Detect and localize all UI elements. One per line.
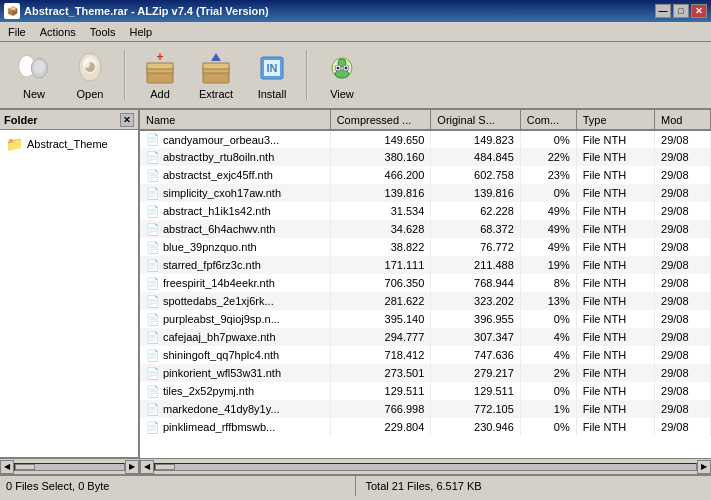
cell-ratio: 0% xyxy=(520,130,576,148)
table-row[interactable]: 📄 freespirit_14b4eekr.nth 706.350 768.94… xyxy=(140,274,711,292)
cell-type: File NTH xyxy=(576,400,654,418)
folder-item[interactable]: 📁 Abstract_Theme xyxy=(4,134,134,154)
cell-name: 📄 blue_39pnzquo.nth xyxy=(140,238,330,256)
col-compressed[interactable]: Compressed ... xyxy=(330,110,431,130)
table-row[interactable]: 📄 blue_39pnzquo.nth 38.822 76.772 49% Fi… xyxy=(140,238,711,256)
add-label: Add xyxy=(150,88,170,100)
file-table-header: Name Compressed ... Original S... Com...… xyxy=(140,110,711,130)
table-row[interactable]: 📄 pinklimead_rffbmswb... 229.804 230.946… xyxy=(140,418,711,436)
table-row[interactable]: 📄 markedone_41dy8y1y... 766.998 772.105 … xyxy=(140,400,711,418)
cell-type: File NTH xyxy=(576,346,654,364)
folder-panel-header: Folder ✕ xyxy=(0,110,138,130)
cell-type: File NTH xyxy=(576,238,654,256)
table-row[interactable]: 📄 tiles_2x52pymj.nth 129.511 129.511 0% … xyxy=(140,382,711,400)
cell-original: 230.946 xyxy=(431,418,520,436)
cell-type: File NTH xyxy=(576,292,654,310)
file-scroll-track[interactable] xyxy=(154,463,697,471)
cell-original: 602.758 xyxy=(431,166,520,184)
menu-actions[interactable]: Actions xyxy=(34,24,82,40)
cell-original: 484.845 xyxy=(431,148,520,166)
open-icon-svg xyxy=(72,51,108,85)
svg-point-3 xyxy=(34,61,45,74)
status-right: Total 21 Files, 6.517 KB xyxy=(356,480,482,492)
file-type-icon: 📄 xyxy=(146,313,160,326)
title-bar: 📦 Abstract_Theme.rar - ALZip v7.4 (Trial… xyxy=(0,0,711,22)
table-row[interactable]: 📄 spottedabs_2e1xj6rk... 281.622 323.202… xyxy=(140,292,711,310)
add-button[interactable]: + Add xyxy=(134,45,186,105)
folder-scroll-track[interactable] xyxy=(14,463,125,471)
cell-compressed: 139.816 xyxy=(330,184,431,202)
file-scroll-left[interactable]: ◀ xyxy=(140,460,154,474)
new-label: New xyxy=(23,88,45,100)
cell-original: 129.511 xyxy=(431,382,520,400)
cell-compressed: 229.804 xyxy=(330,418,431,436)
folder-panel: Folder ✕ 📁 Abstract_Theme xyxy=(0,110,140,458)
table-row[interactable]: 📄 purpleabst_9qioj9sp.n... 395.140 396.9… xyxy=(140,310,711,328)
file-type-icon: 📄 xyxy=(146,187,160,200)
cell-original: 396.955 xyxy=(431,310,520,328)
cell-compressed: 273.501 xyxy=(330,364,431,382)
cell-compressed: 38.822 xyxy=(330,238,431,256)
file-type-icon: 📄 xyxy=(146,385,160,398)
file-type-icon: 📄 xyxy=(146,349,160,362)
table-row[interactable]: 📄 shiningoft_qq7hplc4.nth 718.412 747.63… xyxy=(140,346,711,364)
table-row[interactable]: 📄 abstract_6h4achwv.nth 34.628 68.372 49… xyxy=(140,220,711,238)
new-icon xyxy=(16,50,52,86)
folder-scroll-right[interactable]: ▶ xyxy=(125,460,139,474)
col-type[interactable]: Type xyxy=(576,110,654,130)
cell-compressed: 380.160 xyxy=(330,148,431,166)
cell-original: 307.347 xyxy=(431,328,520,346)
menu-tools[interactable]: Tools xyxy=(84,24,122,40)
cell-ratio: 0% xyxy=(520,382,576,400)
close-button[interactable]: ✕ xyxy=(691,4,707,18)
cell-compressed: 718.412 xyxy=(330,346,431,364)
file-type-icon: 📄 xyxy=(146,241,160,254)
cell-original: 62.228 xyxy=(431,202,520,220)
cell-original: 68.372 xyxy=(431,220,520,238)
folder-panel-close[interactable]: ✕ xyxy=(120,113,134,127)
menu-file[interactable]: File xyxy=(2,24,32,40)
file-type-icon: 📄 xyxy=(146,223,160,236)
cell-compressed: 34.628 xyxy=(330,220,431,238)
title-bar-left: 📦 Abstract_Theme.rar - ALZip v7.4 (Trial… xyxy=(4,3,269,19)
cell-compressed: 171.111 xyxy=(330,256,431,274)
cell-original: 149.823 xyxy=(431,130,520,148)
table-row[interactable]: 📄 starred_fpf6rz3c.nth 171.111 211.488 1… xyxy=(140,256,711,274)
view-button[interactable]: View xyxy=(316,45,368,105)
table-row[interactable]: 📄 pinkorient_wfl53w31.nth 273.501 279.21… xyxy=(140,364,711,382)
cell-ratio: 23% xyxy=(520,166,576,184)
cell-mod: 29/08 xyxy=(655,346,711,364)
svg-point-7 xyxy=(84,60,90,68)
cell-name: 📄 markedone_41dy8y1y... xyxy=(140,400,330,418)
cell-ratio: 4% xyxy=(520,346,576,364)
table-row[interactable]: 📄 abstract_h1ik1s42.nth 31.534 62.228 49… xyxy=(140,202,711,220)
cell-name: 📄 freespirit_14b4eekr.nth xyxy=(140,274,330,292)
toolbar: New Open + Add xyxy=(0,42,711,110)
maximize-button[interactable]: □ xyxy=(673,4,689,18)
cell-type: File NTH xyxy=(576,220,654,238)
cell-mod: 29/08 xyxy=(655,148,711,166)
col-name[interactable]: Name xyxy=(140,110,330,130)
open-button[interactable]: Open xyxy=(64,45,116,105)
folder-scroll-left[interactable]: ◀ xyxy=(0,460,14,474)
table-row[interactable]: 📄 cafejaaj_bh7pwaxe.nth 294.777 307.347 … xyxy=(140,328,711,346)
table-row[interactable]: 📄 abstractby_rtu8oiln.nth 380.160 484.84… xyxy=(140,148,711,166)
install-icon: IN xyxy=(254,50,290,86)
cell-type: File NTH xyxy=(576,382,654,400)
file-scroll-right[interactable]: ▶ xyxy=(697,460,711,474)
cell-name: 📄 abstractst_exjc45ff.nth xyxy=(140,166,330,184)
extract-button[interactable]: Extract xyxy=(190,45,242,105)
col-ratio[interactable]: Com... xyxy=(520,110,576,130)
table-row[interactable]: 📄 simplicity_cxoh17aw.nth 139.816 139.81… xyxy=(140,184,711,202)
minimize-button[interactable]: — xyxy=(655,4,671,18)
table-row[interactable]: 📄 abstractst_exjc45ff.nth 466.200 602.75… xyxy=(140,166,711,184)
file-type-icon: 📄 xyxy=(146,151,160,164)
menu-help[interactable]: Help xyxy=(124,24,159,40)
view-label: View xyxy=(330,88,354,100)
extract-icon xyxy=(198,50,234,86)
table-row[interactable]: 📄 candyamour_orbeau3... 149.650 149.823 … xyxy=(140,130,711,148)
new-button[interactable]: New xyxy=(8,45,60,105)
col-mod[interactable]: Mod xyxy=(655,110,711,130)
install-button[interactable]: IN Install xyxy=(246,45,298,105)
col-original[interactable]: Original S... xyxy=(431,110,520,130)
